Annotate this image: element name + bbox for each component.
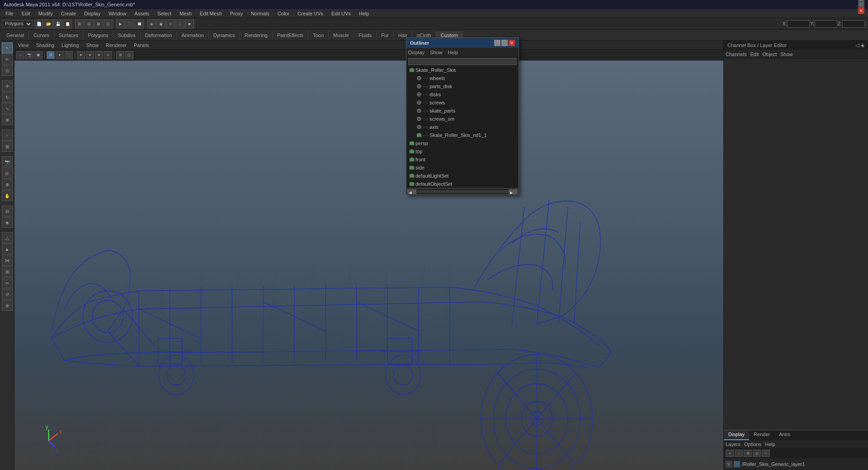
toolbar-snap2[interactable]: ⊟ <box>85 19 94 28</box>
outliner-scrollbar-horizontal[interactable]: ◄ ► <box>406 188 519 194</box>
tool-bridge[interactable]: ⋈ <box>2 255 13 266</box>
tab-subdivs[interactable]: Subdivs <box>113 31 141 39</box>
toolbar-render1[interactable]: ▶ <box>116 19 125 28</box>
tool-rotate[interactable]: ↻ <box>2 92 13 103</box>
tab-fur[interactable]: Fur <box>377 31 394 39</box>
toolbar-new[interactable]: 📄 <box>34 19 43 28</box>
tab-fluids[interactable]: Fluids <box>354 31 377 39</box>
tab-curves[interactable]: Curves <box>29 31 54 39</box>
tool-scale[interactable]: ⤡ <box>2 103 13 114</box>
tool-show-manip[interactable]: ⊞ <box>2 141 13 152</box>
tool-zoom[interactable]: ⊕ <box>2 179 13 190</box>
menu-proxy[interactable]: Proxy <box>226 10 246 17</box>
vp-btn-smooth[interactable]: ● <box>56 51 64 59</box>
menu-create-uvs[interactable]: Create UVs <box>294 10 327 17</box>
tool-lasso[interactable]: ⊙ <box>2 65 13 76</box>
toolbar-sel1[interactable]: ◈ <box>147 19 156 28</box>
cb-menu-channels[interactable]: Channels <box>726 52 746 57</box>
z-input[interactable] <box>842 20 865 28</box>
tool-spin[interactable]: ↺ <box>2 289 13 300</box>
menu-display[interactable]: Display <box>80 10 104 17</box>
layer-menu-options[interactable]: Options <box>744 442 761 447</box>
channel-box-pin-icon[interactable]: ◈ <box>861 42 864 48</box>
menu-assets[interactable]: Assets <box>131 10 153 17</box>
viewport-menu-shading[interactable]: Shading <box>36 42 54 48</box>
viewport-menu-panels[interactable]: Panels <box>134 42 149 48</box>
toolbar-save-as[interactable]: 📋 <box>63 19 72 28</box>
tool-lattice[interactable]: ⊟ <box>2 206 13 216</box>
toolbar-render3[interactable]: 🔲 <box>135 19 144 28</box>
cb-menu-object[interactable]: Object <box>762 52 777 57</box>
menu-create[interactable]: Create <box>57 10 80 17</box>
layer-visibility[interactable]: V <box>726 461 732 467</box>
outliner-menu-display[interactable]: Display <box>408 50 425 55</box>
outliner-item-7[interactable]: ─○ axis <box>406 123 519 131</box>
menu-color[interactable]: Color <box>274 10 293 17</box>
tool-soft-select[interactable]: ○ <box>2 130 13 141</box>
polygon-select[interactable]: Polygons <box>2 20 33 28</box>
close-button[interactable]: ✕ <box>858 8 864 14</box>
layer-color[interactable] <box>734 461 740 467</box>
tab-muscle[interactable]: Muscle <box>329 31 354 39</box>
vp-btn-frame[interactable]: ▣ <box>34 51 42 59</box>
vp-btn-camera[interactable]: 📷 <box>25 51 33 59</box>
layer-btn-new[interactable]: + <box>726 450 734 457</box>
vp-btn-grid[interactable]: ⊞ <box>116 51 124 59</box>
layer-btn-show[interactable]: ◎ <box>753 450 761 457</box>
toolbar-sel2[interactable]: ◉ <box>156 19 165 28</box>
vp-btn-home[interactable]: ⌂ <box>16 51 24 59</box>
viewport-menu-lighting[interactable]: Lighting <box>61 42 79 48</box>
maximize-button[interactable]: □ <box>858 1 864 8</box>
tool-cut[interactable]: ✂ <box>2 277 13 288</box>
toolbar-snap4[interactable]: ⊡ <box>104 19 113 28</box>
vp-btn-texture[interactable]: ⬛ <box>65 51 73 59</box>
menu-edit-uvs[interactable]: Edit UVs <box>328 10 354 17</box>
tab-deformation[interactable]: Deformation <box>141 31 177 39</box>
toolbar-render2[interactable]: ⬛ <box>125 19 134 28</box>
menu-modify[interactable]: Modify <box>35 10 57 17</box>
tool-sculpt[interactable]: ◈ <box>2 217 13 228</box>
outliner-item-0[interactable]: Skate_Roller_Skis <box>406 66 519 74</box>
tab-toon[interactable]: Toon <box>308 31 329 39</box>
outliner-item-5[interactable]: ─○ skate_parts <box>406 107 519 115</box>
outliner-item-3[interactable]: ─○ disks <box>406 90 519 99</box>
toolbar-snap[interactable]: ⊞ <box>75 19 84 28</box>
toolbar-sel4[interactable]: □ <box>175 19 184 28</box>
outliner-item-4[interactable]: ─○ screws <box>406 99 519 107</box>
viewport-canvas[interactable]: x y z <box>14 61 723 470</box>
layer-tab-display[interactable]: Display <box>724 430 749 440</box>
tool-sew[interactable]: ⊕ <box>2 300 13 311</box>
tool-orbit[interactable]: ◎ <box>2 168 13 179</box>
menu-window[interactable]: Window <box>105 10 130 17</box>
outliner-minimize[interactable]: _ <box>494 40 500 46</box>
vp-btn-shadow[interactable]: ● <box>104 51 112 59</box>
tool-append[interactable]: ⊞ <box>2 266 13 277</box>
x-input[interactable] <box>787 20 810 28</box>
outliner-item-12[interactable]: side <box>406 164 519 172</box>
viewport-menu-view[interactable]: View <box>18 42 29 48</box>
outliner-maximize[interactable]: □ <box>501 40 508 46</box>
outliner-search-input[interactable] <box>408 58 517 65</box>
toolbar-sel3[interactable]: ◊ <box>166 19 175 28</box>
outliner-item-8[interactable]: ─○ Skate_Roller_Skis_nd1_1 <box>406 131 519 139</box>
viewport-menu-renderer[interactable]: Renderer <box>106 42 127 48</box>
tool-select[interactable]: ↖ <box>2 42 13 53</box>
layer-btn-delete[interactable]: - <box>735 450 743 457</box>
outliner-item-2[interactable]: ─○ parts_disk <box>406 82 519 90</box>
outliner-item-14[interactable]: defaultObjectSet <box>406 180 519 188</box>
menu-mesh[interactable]: Mesh <box>176 10 195 17</box>
menu-file[interactable]: File <box>2 10 17 17</box>
outliner-scroll-left[interactable]: ◄ <box>407 189 416 194</box>
tool-transform[interactable]: ⊕ <box>2 114 13 125</box>
outliner-menu-help[interactable]: Help <box>448 50 458 55</box>
tool-create-poly[interactable]: △ <box>2 232 13 243</box>
tool-move[interactable]: ✛ <box>2 80 13 91</box>
vp-btn-light2[interactable]: ● <box>86 51 94 59</box>
layer-tab-render[interactable]: Render <box>749 430 774 440</box>
vp-btn-hud[interactable]: ◫ <box>125 51 133 59</box>
outliner-menu-show[interactable]: Show <box>430 50 443 55</box>
channel-box-expand-icon[interactable]: ◁ <box>855 42 859 48</box>
vp-btn-light3[interactable]: ● <box>95 51 103 59</box>
layer-btn-options[interactable]: ⚙ <box>744 450 752 457</box>
layer-menu-help[interactable]: Help <box>765 442 775 447</box>
